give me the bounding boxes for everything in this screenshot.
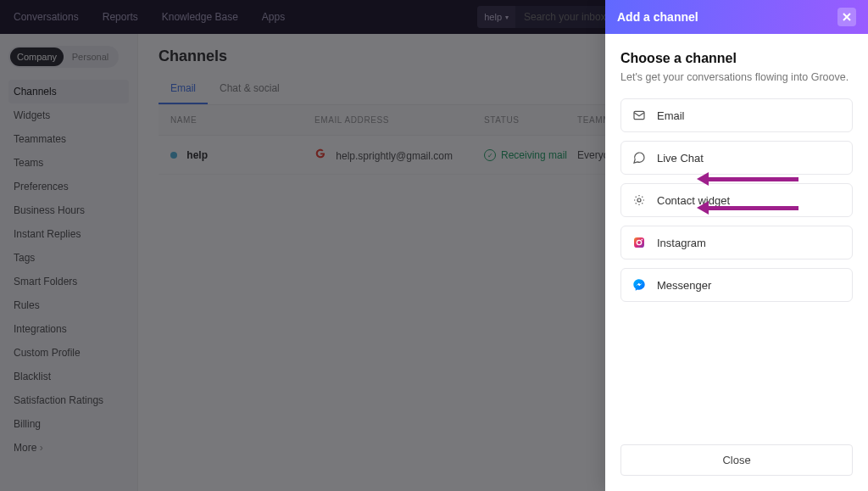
channel-option-label: Email	[657, 109, 685, 122]
panel-footer: Close	[605, 432, 868, 491]
panel-subtitle: Let's get your conversations flowing int…	[620, 71, 853, 83]
panel-title: Choose a channel	[620, 51, 853, 66]
svg-point-1	[637, 198, 641, 202]
messenger-icon	[632, 277, 647, 293]
svg-rect-2	[634, 237, 644, 248]
channel-option-email[interactable]: Email	[620, 98, 853, 132]
instagram-icon	[632, 235, 647, 250]
close-icon	[842, 12, 852, 22]
widget-icon	[632, 192, 647, 208]
channel-option-live-chat[interactable]: Live Chat	[620, 141, 853, 175]
channel-option-list: Email Live Chat Contact widget Instagram	[620, 98, 853, 302]
channel-option-messenger[interactable]: Messenger	[620, 268, 853, 302]
chat-icon	[632, 150, 647, 165]
svg-point-4	[642, 239, 643, 241]
panel-header-title: Add a channel	[617, 10, 698, 24]
annotation-arrow-instagram	[697, 175, 798, 183]
close-button[interactable]: Close	[620, 444, 853, 476]
close-panel-button[interactable]	[837, 8, 856, 26]
channel-option-label: Messenger	[657, 279, 711, 292]
channel-option-contact-widget[interactable]: Contact widget	[620, 183, 853, 217]
email-icon	[632, 108, 647, 123]
add-channel-panel: Add a channel Choose a channel Let's get…	[605, 0, 868, 491]
panel-header: Add a channel	[605, 0, 868, 34]
annotation-arrow-messenger	[697, 204, 798, 212]
channel-option-label: Live Chat	[657, 152, 704, 165]
channel-option-instagram[interactable]: Instagram	[620, 226, 853, 259]
panel-body: Choose a channel Let's get your conversa…	[605, 34, 868, 432]
channel-option-label: Instagram	[657, 237, 706, 249]
